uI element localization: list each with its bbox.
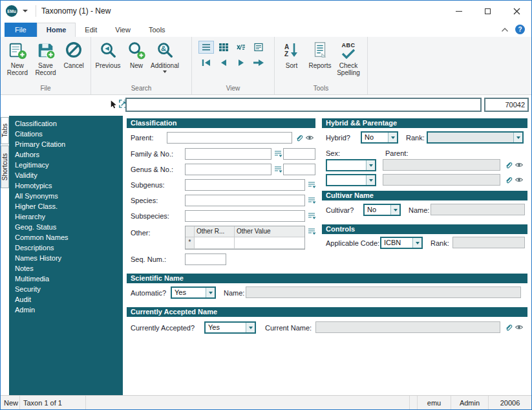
automatic-combo[interactable]: Yes [171, 286, 216, 299]
lookup-list-icon[interactable] [307, 196, 316, 205]
vertical-tab-shortcuts[interactable]: Shortcuts [1, 146, 9, 188]
sidebar-item-higher-class[interactable]: Higher Class. [9, 201, 123, 211]
new-search-button[interactable]: New [122, 38, 151, 69]
sidebar-item-classification[interactable]: Classification [9, 118, 123, 129]
sidebar-item-notes[interactable]: Notes [9, 263, 123, 274]
applicable-code-combo[interactable]: ICBN [380, 237, 423, 249]
sidebar-item-names-history[interactable]: Names History [9, 253, 123, 263]
tab-tools[interactable]: Tools [140, 23, 175, 37]
first-record-button[interactable] [198, 56, 214, 69]
sex-combo-2[interactable] [326, 174, 376, 186]
reports-button[interactable]: Reports [306, 38, 334, 69]
grid-view-button[interactable] [216, 41, 231, 54]
hybrid-parent-field-1[interactable] [383, 159, 500, 171]
contact-sheet-view-button[interactable] [233, 41, 249, 54]
lookup-list-icon[interactable] [307, 211, 316, 221]
species-field[interactable] [185, 195, 305, 206]
sex-combo-1[interactable] [326, 159, 376, 171]
other-values-grid[interactable]: Other R... Other Value * [185, 226, 305, 250]
sidebar-item-audit[interactable]: Audit [9, 294, 123, 305]
lookup-list-icon[interactable] [273, 149, 282, 158]
summary-data-field[interactable] [125, 98, 482, 112]
svg-text:&: & [161, 45, 166, 52]
next-record-button[interactable] [233, 56, 249, 69]
cultivar-name-field[interactable] [431, 204, 525, 215]
sidebar-item-multimedia[interactable]: Multimedia [9, 274, 123, 284]
current-name-field[interactable] [315, 321, 500, 333]
attachment-icon[interactable] [504, 160, 513, 169]
tab-view[interactable]: View [106, 23, 140, 37]
genus-field[interactable] [185, 164, 271, 175]
sidebar-item-homotypics[interactable]: Homotypics [9, 180, 123, 191]
attachment-icon[interactable] [504, 175, 513, 184]
tab-file[interactable]: File [5, 23, 37, 37]
check-spelling-button[interactable]: ABC Check Spelling [334, 38, 363, 76]
controls-rank-label: Rank: [431, 239, 449, 247]
additional-search-button[interactable]: & Additional [151, 38, 179, 73]
sidebar-item-citations[interactable]: Citations [9, 129, 123, 139]
family-number-field[interactable] [283, 148, 315, 160]
sidebar-item-all-synonyms[interactable]: All Synonyms [9, 191, 123, 201]
collapse-ribbon-button[interactable] [501, 27, 509, 32]
sidebar-item-validity[interactable]: Validity [9, 170, 123, 180]
app-logo-icon[interactable]: EMu [6, 5, 17, 17]
previous-search-button[interactable]: Previous [94, 38, 122, 69]
minimize-button[interactable] [444, 1, 473, 21]
tab-home[interactable]: Home [37, 23, 76, 37]
sidebar-item-geog-status[interactable]: Geog. Status [9, 222, 123, 232]
sidebar-item-authors[interactable]: Authors [9, 149, 123, 160]
quick-access-caret-button[interactable] [20, 5, 30, 17]
page-view-button[interactable] [251, 41, 266, 54]
seq-num-field[interactable] [185, 254, 226, 265]
sidebar-item-hierarchy[interactable]: Hierarchy [9, 211, 123, 222]
sort-icon: AZ [281, 40, 302, 61]
currently-accepted-combo[interactable]: Yes [204, 321, 256, 334]
hybrid-combo[interactable]: No [361, 131, 398, 144]
grid-cell[interactable] [235, 237, 304, 249]
genus-number-field[interactable] [283, 164, 315, 175]
help-button[interactable]: ? [515, 25, 525, 34]
eye-icon[interactable] [515, 160, 524, 169]
sidebar-item-legitimacy[interactable]: Legitimacy [9, 160, 123, 170]
eye-icon[interactable] [515, 323, 524, 332]
subgenus-label: Subgenus: [131, 181, 165, 189]
lookup-list-icon[interactable] [307, 180, 316, 189]
subspecies-field[interactable] [185, 210, 305, 222]
lookup-list-icon[interactable] [307, 227, 316, 236]
subgenus-field[interactable] [185, 179, 305, 191]
classification-section-header: Classification [127, 118, 315, 128]
scientific-name-field[interactable] [246, 286, 521, 298]
previous-record-button[interactable] [216, 56, 231, 69]
cultivar-combo[interactable]: No [363, 204, 401, 216]
vertical-tab-tabs[interactable]: Tabs [1, 117, 9, 144]
last-record-button[interactable] [251, 56, 266, 69]
family-field[interactable] [185, 148, 271, 160]
sidebar-item-common-names[interactable]: Common Names [9, 232, 123, 243]
chevron-down-icon [163, 70, 167, 73]
controls-rank-field[interactable] [452, 237, 525, 248]
sort-button[interactable]: AZ Sort [277, 38, 306, 69]
group-label-search: Search [94, 84, 189, 94]
grid-cell[interactable] [195, 237, 235, 249]
hybrid-rank-combo[interactable] [427, 131, 524, 144]
new-record-button[interactable]: New Record [3, 38, 32, 76]
pointer-icon[interactable] [109, 100, 118, 109]
eye-icon[interactable] [515, 175, 524, 184]
attachment-icon[interactable] [295, 133, 304, 142]
cancel-button[interactable]: Cancel [59, 38, 88, 69]
close-button[interactable] [502, 1, 531, 21]
list-view-button[interactable] [198, 41, 214, 54]
sidebar-item-security[interactable]: Security [9, 284, 123, 294]
hybrid-parent-field-2[interactable] [383, 174, 500, 186]
sidebar-item-primary-citation[interactable]: Primary Citation [9, 139, 123, 149]
sidebar-item-descriptions[interactable]: Descriptions [9, 243, 123, 253]
lookup-list-icon[interactable] [273, 165, 282, 174]
parent-field[interactable] [167, 132, 292, 144]
attachment-icon[interactable] [504, 323, 513, 332]
save-record-button[interactable]: Save Record [32, 38, 60, 76]
maximize-button[interactable] [473, 1, 502, 21]
new-record-icon [7, 40, 28, 61]
tab-edit[interactable]: Edit [76, 23, 106, 37]
eye-icon[interactable] [305, 133, 314, 142]
sidebar-item-admin[interactable]: Admin [9, 305, 123, 315]
